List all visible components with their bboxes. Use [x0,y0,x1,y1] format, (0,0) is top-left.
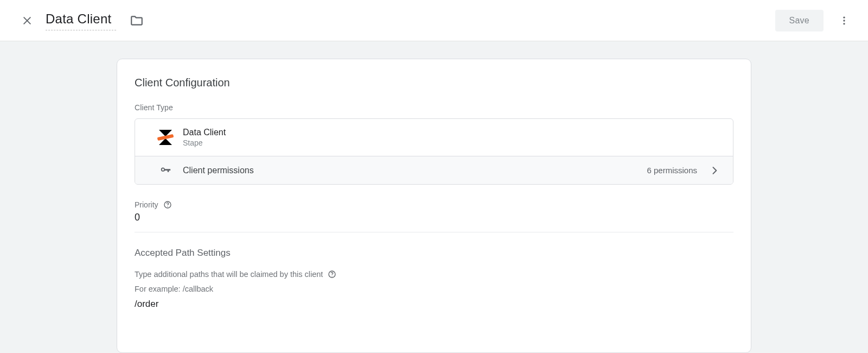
help-icon [163,200,172,209]
choose-folder-button[interactable] [126,10,148,31]
editor-topbar: Data Client Save [0,0,868,41]
client-type-name: Data Client [183,127,720,138]
kebab-icon [839,15,850,26]
close-icon [22,15,33,26]
svg-point-4 [843,23,845,24]
section-divider [135,232,733,232]
client-name-input[interactable]: Data Client [46,10,116,30]
client-permissions-label: Client permissions [183,166,647,175]
accepted-path-input[interactable] [135,299,733,310]
client-permissions-row[interactable]: Client permissions 6 permissions [135,156,733,184]
client-type-row[interactable]: Data Client Stape [135,119,733,156]
client-permissions-count: 6 permissions [647,166,697,175]
svg-point-8 [332,276,333,276]
accepted-paths-title: Accepted Path Settings [135,248,733,259]
svg-point-6 [167,206,168,207]
svg-point-3 [843,20,845,21]
client-type-vendor: Stape [183,138,720,148]
stape-logo-icon [158,130,173,145]
priority-help-button[interactable] [163,200,173,210]
client-type-label: Client Type [135,103,733,112]
accepted-paths-example: For example: /callback [135,285,733,293]
more-actions-button[interactable] [833,10,855,31]
save-button[interactable]: Save [775,10,824,31]
priority-value[interactable]: 0 [135,212,733,223]
priority-label: Priority [135,200,158,209]
editor-canvas: Client Configuration Client Type Data Cl… [0,41,868,353]
key-icon [159,165,171,177]
help-icon [328,270,336,279]
svg-point-2 [843,16,845,18]
client-configuration-card: Client Configuration Client Type Data Cl… [117,59,751,353]
accepted-paths-help-button[interactable] [327,269,337,279]
chevron-right-icon [709,165,720,176]
card-title: Client Configuration [135,77,733,89]
accepted-paths-help-text: Type additional paths that will be claim… [135,270,323,279]
close-button[interactable] [16,10,38,31]
client-type-box: Data Client Stape Client permissions 6 p… [135,118,733,185]
folder-icon [130,14,144,28]
